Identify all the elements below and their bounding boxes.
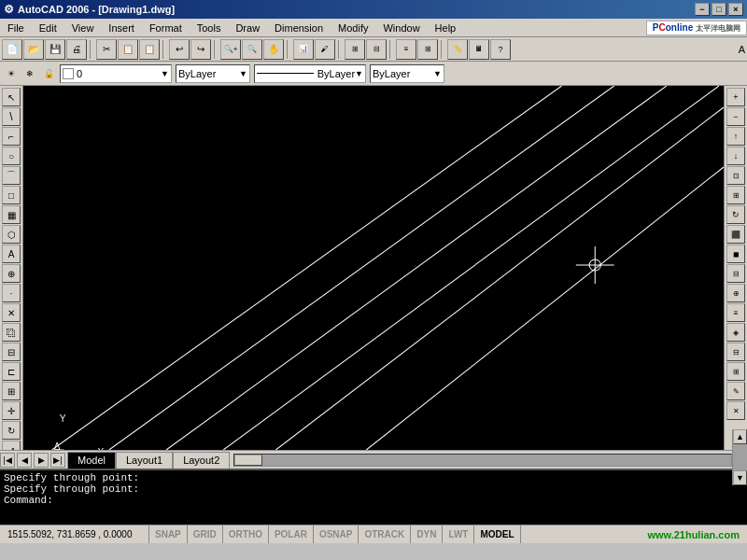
tab-model[interactable]: Model xyxy=(67,452,116,469)
tb-match-properties[interactable]: 🖌 xyxy=(315,39,335,60)
lt-region[interactable]: ⬡ xyxy=(2,225,21,244)
tb-new[interactable]: 📄 xyxy=(2,39,22,60)
lt-copy[interactable]: ⿻ xyxy=(2,323,21,342)
menu-tools[interactable]: Tools xyxy=(190,19,229,36)
lineweight-dropdown-arrow[interactable]: ▼ xyxy=(433,69,442,78)
status-osnap[interactable]: OSNAP xyxy=(314,525,359,543)
color-dropdown[interactable]: ByLayer ▼ xyxy=(176,64,250,83)
menu-window[interactable]: Window xyxy=(375,19,427,36)
close-button[interactable]: × xyxy=(728,3,743,16)
lineweight-dropdown[interactable]: ByLayer ▼ xyxy=(370,64,444,83)
tab-last[interactable]: ▶| xyxy=(50,453,65,468)
lt-line[interactable]: \ xyxy=(2,107,21,126)
lt-rect[interactable]: □ xyxy=(2,186,21,204)
rt-zoom-window[interactable]: ⊞ xyxy=(726,186,745,204)
rt-dbconnect[interactable]: ⊞ xyxy=(726,362,745,381)
status-dyn[interactable]: DYN xyxy=(411,525,443,543)
tb-save[interactable]: 💾 xyxy=(45,39,65,60)
menu-file[interactable]: File xyxy=(0,19,32,36)
tb-field[interactable]: ≡ xyxy=(396,39,416,60)
cmd-scroll-up[interactable]: ▲ xyxy=(733,429,747,444)
lt-rotate[interactable]: ↻ xyxy=(2,421,21,440)
tb-block[interactable]: ⊞ xyxy=(345,39,365,60)
menu-draw[interactable]: Draw xyxy=(228,19,267,36)
lt-mirror[interactable]: ⊟ xyxy=(2,343,21,361)
tab-prev[interactable]: ◀ xyxy=(17,453,32,468)
lt-array[interactable]: ⊞ xyxy=(2,382,21,400)
tb-pan[interactable]: ✋ xyxy=(263,39,284,60)
rt-pan-down[interactable]: ↓ xyxy=(726,147,745,165)
status-ortho[interactable]: ORTHO xyxy=(223,525,269,543)
linetype-dropdown[interactable]: ByLayer ▼ xyxy=(254,64,366,83)
rt-3d-view[interactable]: ⬛ xyxy=(726,225,745,244)
layer-dropdown-arrow[interactable]: ▼ xyxy=(161,69,169,78)
status-grid[interactable]: GRID xyxy=(188,525,223,543)
lt-hatch[interactable]: ▦ xyxy=(2,205,21,224)
menu-dimension[interactable]: Dimension xyxy=(267,19,331,36)
rt-zoom-out[interactable]: − xyxy=(726,107,745,126)
status-lwt[interactable]: LWT xyxy=(443,525,474,543)
tb-table[interactable]: ⊞ xyxy=(417,39,438,60)
tb-undo[interactable]: ↩ xyxy=(169,39,190,60)
lt-insert[interactable]: ⊕ xyxy=(2,264,21,283)
lt-text[interactable]: A xyxy=(2,245,21,263)
tb-redo[interactable]: ↪ xyxy=(190,39,211,60)
tb-dist[interactable]: 📏 xyxy=(447,39,468,60)
rt-close[interactable]: ✕ xyxy=(726,401,745,420)
command-prompt[interactable]: Command: xyxy=(4,495,743,506)
rt-shade[interactable]: ◼ xyxy=(726,245,745,263)
hscroll-thumb[interactable] xyxy=(234,455,262,466)
layer-lock-icon[interactable]: 🔓 xyxy=(41,66,56,81)
tb-print[interactable]: 🖨 xyxy=(66,39,87,60)
layer-freeze-icon[interactable]: ❄ xyxy=(22,66,37,81)
status-model[interactable]: MODEL xyxy=(474,525,520,543)
lt-point[interactable]: · xyxy=(2,284,21,302)
menu-help[interactable]: Help xyxy=(428,19,464,36)
rt-pan-up[interactable]: ↑ xyxy=(726,127,745,146)
tb-zoom-window[interactable]: 🔍+ xyxy=(220,39,241,60)
status-otrack[interactable]: OTRACK xyxy=(359,525,411,543)
tab-next[interactable]: ▶ xyxy=(34,453,49,468)
rt-markup[interactable]: ✎ xyxy=(726,382,745,400)
tab-first[interactable]: |◀ xyxy=(0,453,15,468)
tb-insert-block[interactable]: ⊟ xyxy=(366,39,387,60)
rt-view-manager[interactable]: ⊟ xyxy=(726,264,745,283)
layer-state-icon[interactable]: ☀ xyxy=(4,66,19,81)
rt-tool-palettes[interactable]: ⊟ xyxy=(726,343,745,361)
rt-zoom-in[interactable]: + xyxy=(726,88,745,106)
tb-paste[interactable]: 📋 xyxy=(139,39,160,60)
rt-properties[interactable]: ≡ xyxy=(726,303,745,322)
lt-polyline[interactable]: ⌐ xyxy=(2,127,21,146)
menu-view[interactable]: View xyxy=(64,19,102,36)
tab-layout1[interactable]: Layout1 xyxy=(116,452,173,469)
rt-adcenter[interactable]: ◈ xyxy=(726,323,745,342)
cmd-scroll-down[interactable]: ▼ xyxy=(733,470,747,485)
lt-scale[interactable]: ⤢ xyxy=(2,441,21,450)
status-snap[interactable]: SNAP xyxy=(149,525,188,543)
tb-open[interactable]: 📂 xyxy=(23,39,44,60)
lt-circle[interactable]: ○ xyxy=(2,147,21,165)
tb-help[interactable]: ? xyxy=(490,39,511,60)
minimize-button[interactable]: − xyxy=(695,3,710,16)
lt-move[interactable]: ✛ xyxy=(2,401,21,420)
rt-zoom-all[interactable]: ⊡ xyxy=(726,166,745,185)
linetype-dropdown-arrow[interactable]: ▼ xyxy=(355,69,363,78)
hscroll-track[interactable] xyxy=(233,454,732,467)
menu-modify[interactable]: Modify xyxy=(331,19,375,36)
title-bar-controls[interactable]: − □ × xyxy=(695,3,743,16)
tb-zoom-extents[interactable]: 🔍 xyxy=(242,39,262,60)
lt-erase[interactable]: ✕ xyxy=(2,303,21,322)
color-dropdown-arrow[interactable]: ▼ xyxy=(239,69,247,78)
lt-arc[interactable]: ⌒ xyxy=(2,166,21,185)
tb-copy[interactable]: 📋 xyxy=(118,39,138,60)
tb-calc[interactable]: 🖩 xyxy=(469,39,489,60)
maximize-button[interactable]: □ xyxy=(712,3,726,16)
menu-insert[interactable]: Insert xyxy=(101,19,142,36)
menu-edit[interactable]: Edit xyxy=(32,19,64,36)
lt-pick[interactable]: ↖ xyxy=(2,88,21,106)
tb-cut[interactable]: ✂ xyxy=(96,39,117,60)
canvas-area[interactable]: Y Δ X xyxy=(23,86,724,450)
rt-ucs[interactable]: ⊕ xyxy=(726,284,745,302)
layer-dropdown[interactable]: 0 ▼ xyxy=(60,64,172,83)
rt-orbit[interactable]: ↻ xyxy=(726,205,745,224)
